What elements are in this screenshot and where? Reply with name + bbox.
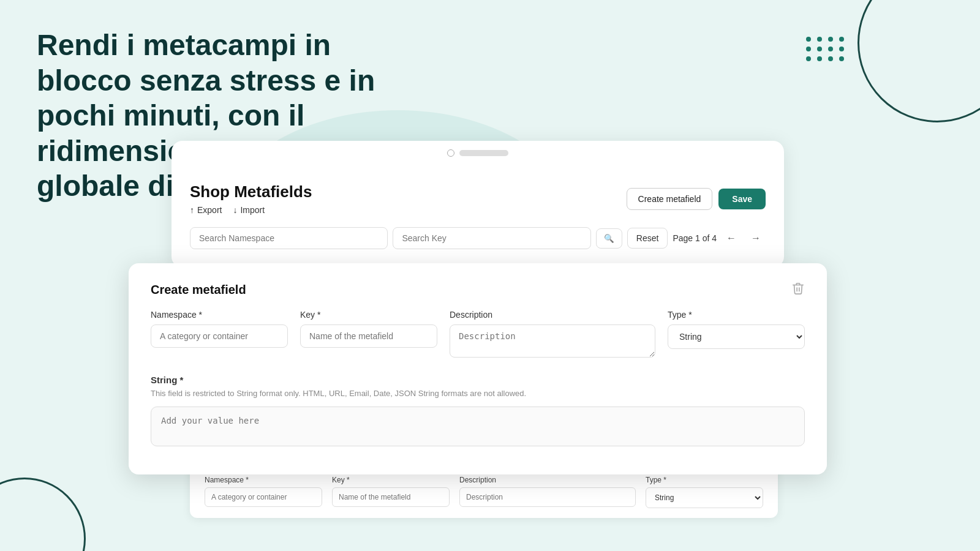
string-section: String * This field is restricted to Str…: [151, 375, 805, 449]
bg-namespace-input[interactable]: [205, 487, 322, 507]
modal-delete-icon[interactable]: [791, 282, 805, 298]
window-pill: [459, 150, 508, 156]
window-circle: [447, 149, 454, 157]
pagination-label: Page 1 of 4: [673, 233, 717, 243]
import-icon: ↓: [233, 205, 237, 215]
reset-button[interactable]: Reset: [627, 228, 668, 249]
key-label: Key *: [300, 310, 437, 320]
bg-description-label: Description: [459, 476, 636, 484]
search-icon: 🔍: [604, 234, 614, 243]
dots-grid: [806, 37, 845, 61]
pagination-next[interactable]: →: [746, 230, 766, 246]
import-label: Import: [240, 205, 265, 215]
namespace-field-group: Namespace *: [151, 310, 288, 360]
bg-type-select[interactable]: String Integer Boolean: [646, 487, 763, 508]
search-bar: 🔍 Reset Page 1 of 4 ← →: [190, 227, 766, 249]
search-button[interactable]: 🔍: [596, 228, 622, 249]
search-key-input[interactable]: [393, 227, 590, 249]
bg-key-group: Key *: [332, 476, 450, 508]
bg-type-group: Type * String Integer Boolean: [646, 476, 763, 508]
bg-key-input[interactable]: [332, 487, 450, 507]
bg-description-group: Description: [459, 476, 636, 508]
string-section-label: String *: [151, 375, 805, 385]
export-label: Export: [197, 205, 222, 215]
namespace-input[interactable]: [151, 324, 288, 348]
bg-namespace-group: Namespace *: [205, 476, 322, 508]
pagination-prev[interactable]: ←: [722, 230, 741, 246]
key-field-group: Key *: [300, 310, 437, 360]
import-link[interactable]: ↓ Import: [233, 205, 265, 215]
decorative-circle-top-right: [858, 0, 980, 122]
bg-key-label: Key *: [332, 476, 450, 484]
export-link[interactable]: ↑ Export: [190, 205, 222, 215]
namespace-label: Namespace *: [151, 310, 288, 320]
description-input[interactable]: [450, 324, 655, 358]
search-namespace-input[interactable]: [190, 227, 388, 249]
create-metafield-button[interactable]: Create metafield: [627, 188, 713, 210]
bg-namespace-label: Namespace *: [205, 476, 322, 484]
modal-title: Create metafield: [151, 283, 246, 297]
value-textarea[interactable]: [151, 407, 805, 446]
export-icon: ↑: [190, 205, 194, 215]
type-select[interactable]: String Integer Boolean JSON URL HTML Dat…: [668, 324, 805, 349]
window-bar: [172, 141, 784, 165]
shop-metafields-card: Shop Metafields ↑ Export ↓ Import Create…: [172, 141, 784, 268]
string-section-description: This field is restricted to String forma…: [151, 389, 805, 398]
pagination: Page 1 of 4 ← →: [673, 230, 766, 246]
shop-metafields-title: Shop Metafields: [190, 182, 312, 201]
bg-description-input[interactable]: [459, 487, 636, 507]
decorative-circle-bottom-left: [0, 478, 86, 551]
save-button[interactable]: Save: [718, 189, 766, 209]
type-label: Type *: [668, 310, 805, 320]
type-field-group: Type * String Integer Boolean JSON URL H…: [668, 310, 805, 360]
description-label: Description: [450, 310, 655, 320]
bg-type-label: Type *: [646, 476, 763, 484]
create-metafield-modal: Create metafield Namespace * Key * Descr…: [129, 263, 827, 474]
description-field-group: Description: [450, 310, 655, 360]
key-input[interactable]: [300, 324, 437, 348]
